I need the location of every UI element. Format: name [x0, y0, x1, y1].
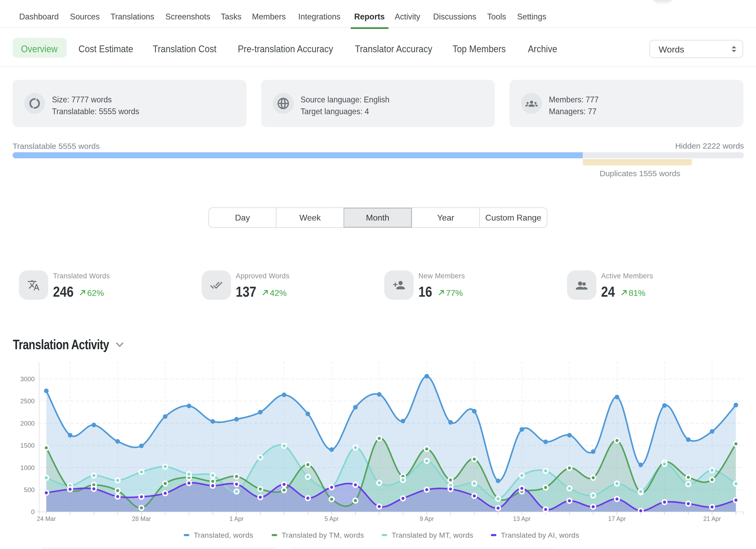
svg-text:13 Apr: 13 Apr [513, 515, 531, 522]
svg-text:2000: 2000 [20, 420, 35, 427]
svg-text:3000: 3000 [20, 375, 35, 383]
svg-text:1 Apr: 1 Apr [229, 515, 244, 522]
svg-text:24 Mar: 24 Mar [37, 515, 56, 522]
svg-text:9 Apr: 9 Apr [420, 515, 434, 522]
svg-text:17 Apr: 17 Apr [608, 515, 626, 522]
svg-text:21 Apr: 21 Apr [703, 515, 721, 522]
svg-text:5 Apr: 5 Apr [324, 515, 339, 522]
svg-text:2500: 2500 [20, 398, 35, 405]
svg-text:28 Mar: 28 Mar [132, 515, 151, 522]
svg-text:0: 0 [31, 508, 35, 515]
svg-text:500: 500 [24, 486, 35, 493]
svg-text:1500: 1500 [20, 442, 35, 449]
svg-text:1000: 1000 [20, 464, 35, 471]
